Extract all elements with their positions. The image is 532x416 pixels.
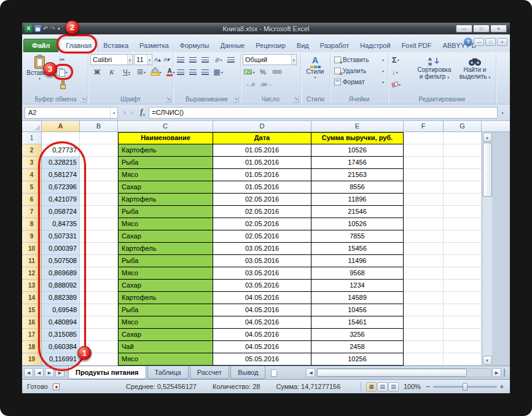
cell-C6[interactable]: Картофель	[118, 194, 213, 206]
sheet-tab-Продукты питания[interactable]: Продукты питания	[68, 366, 146, 379]
row-header-7[interactable]: 7	[22, 206, 42, 218]
cell-C8[interactable]: Мясо	[118, 218, 213, 230]
zoom-track[interactable]	[433, 386, 497, 388]
cell-B1[interactable]	[80, 132, 118, 144]
workbook-minimize-button[interactable]: —	[474, 38, 484, 46]
cell-B3[interactable]	[80, 157, 118, 169]
normal-view-button[interactable]: ▦	[366, 382, 377, 391]
cell-B11[interactable]	[80, 255, 118, 267]
bold-button[interactable]: Ж	[90, 66, 104, 77]
cell-C10[interactable]: Картофель	[118, 243, 213, 255]
number-format-combo[interactable]: Общий▾	[243, 54, 297, 65]
cell-A15[interactable]: 0,69548	[42, 304, 80, 316]
cell-B14[interactable]	[80, 292, 118, 304]
cell-E5[interactable]: 8556	[311, 181, 404, 194]
ribbon-tab-Разработ[interactable]: Разработ	[315, 39, 354, 52]
cell-F8[interactable]	[404, 218, 444, 230]
cell-C15[interactable]: Рыба	[118, 304, 213, 316]
tab-splitter-handle[interactable]	[504, 369, 509, 377]
scroll-down-arrow[interactable]: ▼	[483, 356, 492, 365]
cell-A12[interactable]: 0,869689	[42, 267, 80, 280]
cell-G4[interactable]	[444, 169, 482, 181]
currency-format-button[interactable]: ▾	[243, 66, 256, 77]
cell-C18[interactable]: Чай	[118, 341, 213, 353]
cell-C12[interactable]: Мясо	[118, 267, 213, 280]
cell-B12[interactable]	[80, 267, 118, 280]
cell-A4[interactable]: 0,581274	[42, 169, 80, 181]
cell-A8[interactable]: 0,84735	[42, 218, 80, 230]
cell-E4[interactable]: 21563	[311, 169, 404, 181]
row-header-10[interactable]: 10	[22, 243, 42, 255]
ribbon-tab-Вставка[interactable]: Вставка	[98, 39, 134, 52]
scroll-left-arrow[interactable]: ◀	[306, 368, 315, 377]
cell-D13[interactable]: 03.05.2016	[213, 280, 311, 292]
row-header-18[interactable]: 18	[22, 341, 42, 353]
clear-button[interactable]: ▾	[390, 79, 412, 90]
row-header-4[interactable]: 4	[22, 169, 42, 181]
cell-B8[interactable]	[80, 218, 118, 230]
row-header-15[interactable]: 15	[22, 304, 42, 316]
cell-A17[interactable]: 0,315085	[42, 329, 80, 341]
cell-G12[interactable]	[444, 267, 482, 280]
cell-F15[interactable]	[404, 304, 444, 316]
cell-G16[interactable]	[444, 316, 482, 329]
cell-C14[interactable]: Картофель	[118, 292, 213, 304]
horizontal-scroll-thumb[interactable]	[317, 369, 467, 377]
cell-F14[interactable]	[404, 292, 444, 304]
format-painter-button[interactable]	[55, 79, 69, 90]
row-header-16[interactable]: 16	[22, 316, 42, 329]
save-button[interactable]	[34, 25, 41, 32]
cell-A19[interactable]: 0,116991	[42, 353, 80, 366]
row-header-14[interactable]: 14	[22, 292, 42, 304]
cell-D10[interactable]: 03.05.2016	[213, 243, 311, 255]
fill-color-button[interactable]: ▾	[149, 66, 163, 77]
ribbon-tab-Надстрой[interactable]: Надстрой	[354, 39, 396, 52]
font-size-combo[interactable]: 11▾	[134, 54, 152, 65]
maximize-button[interactable]: □	[473, 25, 490, 33]
row-header-5[interactable]: 5	[22, 181, 42, 194]
vertical-scroll-thumb[interactable]	[483, 143, 492, 197]
decrease-font-button[interactable]: A▾	[163, 54, 171, 65]
page-layout-view-button[interactable]: ▤	[377, 382, 388, 391]
ribbon-tab-Главная[interactable]: Главная	[60, 39, 98, 52]
cell-E1[interactable]: Сумма выручки, руб.	[311, 132, 404, 144]
cell-C2[interactable]: Картофель	[118, 144, 213, 157]
cell-G1[interactable]	[444, 132, 482, 144]
cell-D15[interactable]: 04.05.2016	[213, 304, 311, 316]
cell-G2[interactable]	[444, 144, 482, 157]
cell-C16[interactable]: Мясо	[118, 316, 213, 329]
zoom-out-button[interactable]: −	[426, 383, 429, 390]
zoom-thumb[interactable]	[463, 383, 467, 391]
align-middle-button[interactable]	[187, 54, 198, 65]
cell-F16[interactable]	[404, 316, 444, 329]
cell-A10[interactable]: 0,000397	[42, 243, 80, 255]
vertical-scrollbar[interactable]: ▲ ▼	[482, 132, 492, 366]
cell-D11[interactable]: 03.05.2016	[213, 255, 311, 267]
minimize-button[interactable]: —	[456, 25, 472, 33]
cell-G13[interactable]	[444, 280, 482, 292]
cell-C1[interactable]: Наименование	[118, 132, 213, 144]
cell-C4[interactable]: Мясо	[118, 169, 213, 181]
row-header-19[interactable]: 19	[22, 353, 42, 366]
styles-button[interactable]: А Стили ▾	[303, 54, 327, 80]
cell-E12[interactable]: 9568	[311, 267, 404, 280]
row-header-17[interactable]: 17	[22, 329, 42, 341]
cell-F18[interactable]	[404, 341, 444, 353]
cell-A16[interactable]: 0,480894	[42, 316, 80, 329]
cell-E11[interactable]: 11496	[311, 255, 404, 267]
cell-D6[interactable]: 02.05.2016	[213, 194, 311, 206]
cell-D2[interactable]: 01.05.2016	[213, 144, 311, 157]
paste-button[interactable]: Вставить ▾	[25, 54, 54, 90]
cell-D17[interactable]: 04.05.2016	[213, 329, 311, 341]
percent-format-button[interactable]: %	[257, 66, 268, 77]
align-center-button[interactable]	[187, 66, 198, 77]
cell-E15[interactable]: 10456	[311, 304, 404, 316]
ribbon-tab-Данные[interactable]: Данные	[214, 39, 250, 52]
sort-filter-button[interactable]: АЯ Сортировка и фильтр ▾	[414, 54, 455, 90]
row-header-9[interactable]: 9	[22, 230, 42, 243]
cell-A5[interactable]: 0,672396	[42, 181, 80, 194]
insert-cells-button[interactable]: Вставить▾	[332, 54, 386, 65]
cell-F9[interactable]	[404, 230, 444, 243]
row-header-3[interactable]: 3	[22, 157, 42, 169]
cell-G3[interactable]	[444, 157, 482, 169]
